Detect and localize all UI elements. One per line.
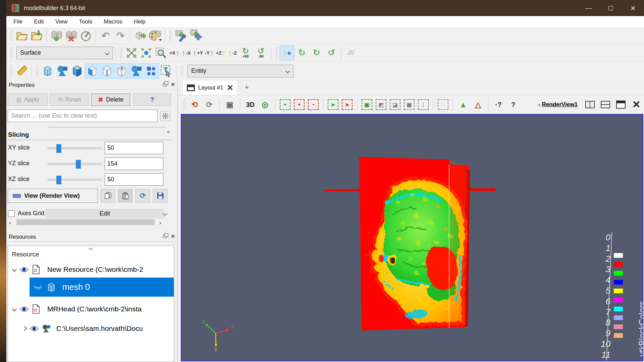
camera-add-button[interactable] bbox=[188, 28, 203, 43]
toolbar-grip[interactable] bbox=[10, 47, 12, 59]
float-panel-icon[interactable] bbox=[163, 235, 167, 238]
copy-view-button[interactable] bbox=[101, 189, 115, 202]
pan-camera-button[interactable]: ↺ bbox=[324, 46, 339, 60]
capture-screenshot-button[interactable]: ▣ bbox=[223, 98, 236, 111]
hscroll-thumb[interactable] bbox=[16, 219, 155, 225]
interactive-select-cells-button[interactable]: ◩ bbox=[376, 99, 386, 110]
slider-handle[interactable] bbox=[56, 144, 61, 153]
render-viewport[interactable]: 01234567891011 vtkBlockColors Z X Y bbox=[181, 114, 643, 361]
camera-orientation-widget-button[interactable]: ↑ ◉ bbox=[280, 46, 294, 60]
tree-header-chevron-icon[interactable] bbox=[89, 246, 93, 250]
menu-view[interactable]: View bbox=[55, 18, 68, 25]
hover-cells-button[interactable]: ▦ bbox=[404, 99, 415, 110]
rotate-minus-90-button[interactable]: ↺ -90 bbox=[253, 48, 269, 58]
probe-selection-button[interactable]: △ bbox=[471, 98, 485, 111]
renderview-name[interactable]: RenderView1 bbox=[542, 101, 578, 108]
slider-handle[interactable] bbox=[56, 176, 61, 184]
split-horizontal-button[interactable] bbox=[582, 98, 598, 112]
toolbar-grip[interactable] bbox=[10, 65, 12, 77]
help-button[interactable]: ? bbox=[133, 94, 171, 106]
query-tooltip-button[interactable]: ·? bbox=[492, 98, 505, 111]
scroll-right-icon[interactable]: › bbox=[159, 220, 161, 226]
view-minus-y-button[interactable]: -Y↑ bbox=[204, 46, 215, 60]
interactive-select-points-button[interactable]: ◪ bbox=[390, 99, 400, 110]
show-geometry-button[interactable] bbox=[55, 64, 70, 78]
slider-handle[interactable] bbox=[76, 160, 81, 169]
reset-camera-closest-button[interactable]: ⟳ bbox=[203, 98, 216, 111]
view-minus-z-button[interactable]: ↑-Z bbox=[227, 46, 238, 60]
apply-button[interactable]: ▧ Apply bbox=[8, 94, 48, 106]
select-frustum-button[interactable]: − bbox=[308, 99, 319, 110]
paste-view-button[interactable] bbox=[118, 189, 132, 202]
tree-row-image-path[interactable]: C:\Users\sam.horvath\Docu bbox=[8, 321, 174, 336]
timer-button[interactable] bbox=[78, 28, 93, 43]
view-plus-y-button[interactable]: ↑+Y bbox=[192, 46, 204, 60]
show-solid-button[interactable] bbox=[70, 64, 85, 78]
select-faces-button[interactable] bbox=[85, 64, 100, 78]
redo-button[interactable]: ↷ bbox=[113, 28, 128, 43]
panel-scrollbar-horizontal[interactable] bbox=[48, 127, 167, 128]
float-panel-icon[interactable] bbox=[163, 83, 167, 86]
toolbar-grip[interactable] bbox=[276, 47, 278, 59]
select-edges-button[interactable] bbox=[100, 64, 114, 78]
layers-button[interactable]: /// bbox=[344, 46, 359, 60]
server-connect-button[interactable] bbox=[49, 28, 64, 43]
clear-selection-button[interactable]: ◌ bbox=[438, 99, 448, 110]
search-input[interactable] bbox=[8, 110, 158, 122]
view-minus-x-button[interactable]: ↑-X bbox=[181, 46, 192, 60]
select-cells-polygon-button[interactable]: ➤ bbox=[328, 99, 338, 110]
tree-row-new-resource[interactable]: New Resource (C:\work\cmb-2 bbox=[8, 262, 174, 277]
close-button[interactable]: × bbox=[622, 0, 644, 16]
xz-slice-slider[interactable] bbox=[48, 179, 102, 181]
visibility-eye-icon[interactable] bbox=[19, 306, 29, 312]
select-instances-button[interactable] bbox=[144, 64, 159, 78]
close-view-button[interactable]: ✕ bbox=[629, 98, 644, 112]
resource-column-header[interactable]: Resource bbox=[12, 251, 39, 258]
toolbar-grip[interactable] bbox=[169, 30, 171, 41]
color-palette-button[interactable] bbox=[148, 28, 162, 43]
select-points-rectangle-button[interactable]: + bbox=[294, 99, 305, 110]
selection-filter-button[interactable] bbox=[159, 64, 174, 78]
import-resource-button[interactable] bbox=[29, 28, 44, 43]
rotate-camera-button[interactable]: ↻ bbox=[309, 46, 324, 60]
select-cells-rectangle-button[interactable]: + bbox=[280, 99, 290, 110]
visibility-eye-icon[interactable] bbox=[30, 325, 39, 332]
split-vertical-button[interactable] bbox=[598, 98, 613, 112]
tree-row-mrhead[interactable]: MRHead (C:\work\cmb-2\insta bbox=[8, 302, 174, 316]
toggle-2d-3d-button[interactable]: 3D bbox=[244, 98, 257, 111]
orbit-camera-button[interactable]: ↻ bbox=[294, 46, 309, 60]
view-plus-z-button[interactable]: +Z↑ bbox=[215, 46, 227, 60]
view-section-header[interactable]: View (Render View) bbox=[8, 189, 98, 203]
representation-combo[interactable]: Surface bbox=[16, 47, 113, 59]
axes-grid-edit-button[interactable]: Edit bbox=[45, 209, 164, 218]
reset-button[interactable]: ⟲ Reset bbox=[50, 94, 89, 106]
xy-slice-slider[interactable] bbox=[48, 147, 102, 149]
selection-type-combo[interactable]: Entity bbox=[187, 65, 293, 77]
toolbar-grip[interactable] bbox=[120, 47, 122, 59]
show-mesh-button[interactable] bbox=[40, 64, 55, 78]
select-points-polygon-button[interactable]: ➤ bbox=[342, 99, 353, 110]
properties-hscrollbar[interactable]: ‹ › bbox=[6, 219, 177, 226]
axes-grid-checkbox[interactable] bbox=[8, 210, 15, 217]
visibility-eye-icon[interactable] bbox=[19, 266, 29, 273]
maximize-view-button[interactable] bbox=[613, 98, 629, 112]
tree-row-mesh0[interactable]: mesh 0 bbox=[30, 278, 174, 297]
menu-file[interactable]: File bbox=[13, 18, 22, 25]
minimize-button[interactable]: — bbox=[578, 0, 600, 16]
menu-tools[interactable]: Tools bbox=[79, 18, 92, 25]
grow-selection-button[interactable]: ▲ bbox=[457, 98, 470, 111]
xy-slice-field[interactable] bbox=[105, 142, 163, 154]
close-panel-icon[interactable]: × bbox=[171, 82, 175, 87]
query-interactive-button[interactable]: ? bbox=[506, 98, 520, 111]
view-plus-x-button[interactable]: +X↑ bbox=[168, 46, 181, 60]
toolbar-grip[interactable] bbox=[181, 65, 183, 77]
search-settings-button[interactable] bbox=[160, 111, 170, 121]
zoom-closest-button[interactable]: ◎ bbox=[258, 98, 272, 111]
maximize-button[interactable] bbox=[600, 0, 622, 16]
expander-icon[interactable] bbox=[12, 267, 17, 272]
expander-icon[interactable] bbox=[22, 326, 27, 331]
menu-help[interactable]: Help bbox=[134, 18, 146, 25]
tab-close-icon[interactable]: ✕ bbox=[227, 84, 233, 91]
reset-camera-button[interactable]: ⟲ bbox=[188, 98, 201, 111]
yz-slice-slider[interactable] bbox=[48, 163, 102, 165]
